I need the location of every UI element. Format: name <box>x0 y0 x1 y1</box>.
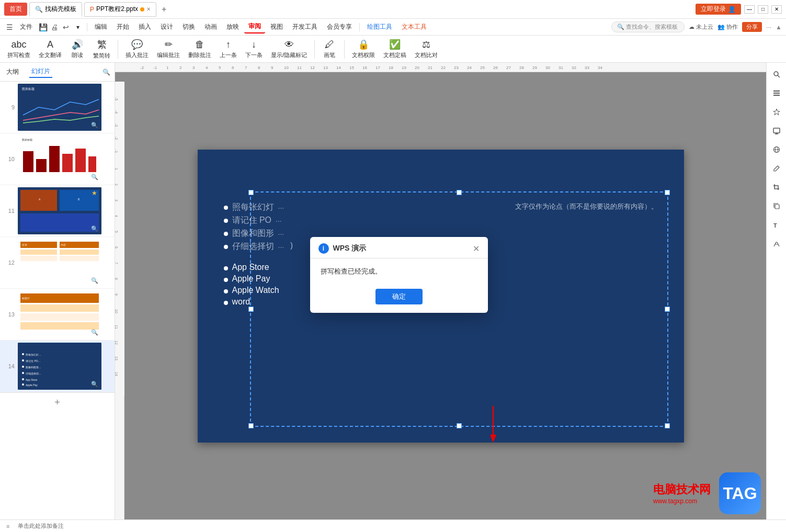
slide-item-9[interactable]: 9 图表标题 🔍 <box>0 82 115 133</box>
tab-template[interactable]: 🔍 找稿壳模板 <box>29 2 82 17</box>
right-panel-text-btn[interactable]: T <box>769 218 784 232</box>
register-btn[interactable]: 立即登录 👤 <box>696 4 741 15</box>
menu-vip[interactable]: 会员专享 <box>323 21 356 33</box>
slide-item-11[interactable]: 11 A B ★ 🔍 <box>0 185 115 237</box>
slide-13-zoom[interactable]: 🔍 <box>91 329 98 336</box>
right-panel-search-btn[interactable] <box>769 67 784 82</box>
right-panel-star-btn[interactable] <box>769 105 784 119</box>
doc-compare-btn[interactable]: ⚖ 文档比对 <box>412 38 441 61</box>
right-panel-format-btn[interactable] <box>769 236 784 251</box>
right-panel-slide-btn[interactable] <box>769 123 784 138</box>
close-btn[interactable]: ✕ <box>771 5 782 14</box>
bullet-dot-6 <box>224 278 228 282</box>
status-comment[interactable]: 单击此处添加备注 <box>18 522 64 530</box>
share-btn[interactable]: 分享 <box>742 22 762 32</box>
menu-sep-1 <box>87 23 87 31</box>
slide-main[interactable]: 照每张幻灯 ... 请记住 PO ... 图像和图形 <box>198 150 684 443</box>
star-icon <box>773 108 780 116</box>
slide-item-13[interactable]: 13 标题行 🔍 <box>0 289 115 341</box>
save-icon[interactable]: 💾 <box>38 22 48 32</box>
menu-draw-tools[interactable]: 绘图工具 <box>363 21 396 33</box>
handle-tl[interactable] <box>248 190 254 195</box>
show-hide-btn[interactable]: 👁 显示/隐藏标记 <box>268 38 310 61</box>
menu-edit[interactable]: 编辑 <box>90 21 111 33</box>
menu-anim[interactable]: 动画 <box>200 21 221 33</box>
handle-mr[interactable] <box>665 307 670 312</box>
slide-10-zoom[interactable]: 🔍 <box>91 174 98 180</box>
tab-add-btn[interactable]: + <box>158 5 169 14</box>
menu-file[interactable]: 文件 <box>16 21 37 33</box>
menu-view[interactable]: 视图 <box>266 21 287 33</box>
right-panel-layers-btn[interactable] <box>769 86 784 100</box>
translate-btn[interactable]: A 全文翻译 <box>36 38 65 61</box>
print-icon[interactable]: 🖨 <box>49 22 60 32</box>
more-btn[interactable]: ··· <box>766 24 771 31</box>
svg-text:14: 14 <box>336 65 341 70</box>
maximize-btn[interactable]: □ <box>758 5 768 14</box>
svg-text:标题行: 标题行 <box>21 297 30 300</box>
slide-num-13: 13 <box>4 311 15 318</box>
svg-text:31: 31 <box>559 65 563 70</box>
home-tab[interactable]: 首页 <box>4 3 27 16</box>
slide-9-zoom[interactable]: 🔍 <box>91 122 98 129</box>
menu-dropdown[interactable]: ▾ <box>72 22 84 32</box>
svg-text:17: 17 <box>375 65 380 70</box>
svg-rect-5 <box>36 159 47 172</box>
panel-tab-outline[interactable]: 大纲 <box>4 66 21 77</box>
menu-review[interactable]: 审阅 <box>244 20 265 33</box>
panel-tab-slides[interactable]: 幻灯片 <box>29 66 52 78</box>
slide-num-9: 9 <box>4 104 15 110</box>
handle-bc[interactable] <box>457 423 462 428</box>
doc-validate-btn[interactable]: ✅ 文档定稿 <box>380 38 409 61</box>
menu-text-tools[interactable]: 文本工具 <box>397 21 431 33</box>
slides-search-icon[interactable]: 🔍 <box>102 69 110 76</box>
handle-br[interactable] <box>665 423 670 428</box>
cloud-btn[interactable]: ☁ 未上云 <box>689 23 713 31</box>
read-btn[interactable]: 🔊 朗读 <box>67 38 88 61</box>
minimize-btn[interactable]: — <box>744 5 755 14</box>
edit-comment-btn[interactable]: ✏ 编辑批注 <box>154 38 183 61</box>
menu-design[interactable]: 设计 <box>156 21 177 33</box>
slide-item-12[interactable]: 12 目录 内容 🔍 <box>0 237 115 289</box>
prev-comment-btn[interactable]: ↑ 上一条 <box>217 38 240 61</box>
tab-ppt[interactable]: P PPT教程2.pptx ✕ <box>84 2 156 17</box>
insert-comment-btn[interactable]: 💬 插入批注 <box>122 38 152 61</box>
slide-14-zoom[interactable]: 🔍 <box>91 381 98 388</box>
svg-rect-22 <box>60 256 99 261</box>
hamburger-icon[interactable]: ☰ <box>4 22 15 32</box>
draw-btn[interactable]: 🖊 画笔 <box>319 38 340 61</box>
tab-close-btn[interactable]: ✕ <box>146 6 151 12</box>
next-comment-btn[interactable]: ↓ 下一条 <box>242 38 266 61</box>
delete-comment-btn[interactable]: 🗑 删除批注 <box>185 38 214 61</box>
svg-rect-115 <box>775 205 779 209</box>
right-panel-globe-btn[interactable] <box>769 142 784 157</box>
menu-play[interactable]: 放映 <box>222 21 243 33</box>
comment-icon: ≡ <box>6 523 9 529</box>
slide-11-zoom[interactable]: 🔍 <box>91 225 98 232</box>
bullet-dot-4 <box>224 245 228 249</box>
slide-12-zoom[interactable]: 🔍 <box>91 277 98 284</box>
dialog-close-btn[interactable]: ✕ <box>473 244 480 254</box>
menu-switch[interactable]: 切换 <box>178 21 199 33</box>
svg-text:App Store: App Store <box>26 378 37 381</box>
slide-item-14[interactable]: 14 照每张幻灯... 请记住 PO... 图像和图形... 仔细选择切... … <box>0 341 115 392</box>
right-panel-copy-btn[interactable] <box>769 199 784 213</box>
handle-bl[interactable] <box>248 423 254 428</box>
slide-item-10[interactable]: 10 图表标题 🔍 <box>0 133 115 185</box>
menu-devtools[interactable]: 开发工具 <box>288 21 322 33</box>
simp-trad-btn[interactable]: 繁 繁简转 <box>90 38 113 61</box>
dialog-ok-btn[interactable]: 确定 <box>375 289 423 304</box>
search-input[interactable]: 🔍 查找命令、搜索模板 <box>611 21 685 32</box>
doc-rights-btn[interactable]: 🔒 文档权限 <box>349 38 378 61</box>
menu-start[interactable]: 开始 <box>112 21 133 33</box>
menu-insert[interactable]: 插入 <box>134 21 155 33</box>
right-panel-crop-btn[interactable] <box>769 180 784 195</box>
handle-tr[interactable] <box>665 190 670 195</box>
collapse-btn[interactable]: ▲ <box>776 24 782 31</box>
handle-tc[interactable] <box>457 190 462 195</box>
add-slide-btn[interactable]: + <box>0 392 115 412</box>
undo-icon[interactable]: ↩ <box>61 22 71 32</box>
spell-check-btn[interactable]: abc 拼写检查 <box>4 38 33 61</box>
right-panel-edit-btn[interactable] <box>769 161 784 176</box>
collab-btn[interactable]: 👥 协作 <box>717 23 738 31</box>
